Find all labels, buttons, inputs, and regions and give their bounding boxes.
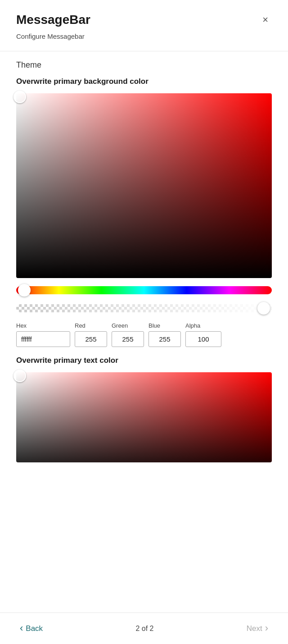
hue-slider-1[interactable] [16,283,272,297]
theme-label: Theme [0,60,288,77]
color-gradient-2[interactable] [16,372,272,462]
page-indicator: 2 of 2 [135,625,153,633]
primary-bg-title: Overwrite primary background color [0,77,288,93]
alpha-input-group: Alpha [185,322,221,347]
close-button[interactable]: × [259,13,272,27]
color-picker-1: Hex Red Green Blue Alpha [16,93,272,347]
alpha-label: Alpha [185,322,221,329]
alpha-slider-1[interactable] [16,301,272,315]
page-title: MessageBar [16,13,90,27]
subtitle: Configure Messagebar [0,31,288,51]
next-label: Next [247,624,262,633]
blue-label: Blue [148,322,181,329]
next-button[interactable]: Next [243,621,272,635]
green-label: Green [112,322,144,329]
blue-input-group: Blue [148,322,181,347]
header-divider [0,51,288,51]
hex-input[interactable] [16,331,70,347]
color-inputs-1: Hex Red Green Blue Alpha [16,322,272,347]
color-picker-2 [16,372,272,462]
footer: Back 2 of 2 Next [0,612,288,644]
red-input[interactable] [75,331,107,347]
hue-slider-track-1 [16,286,272,294]
color-gradient-1[interactable] [16,93,272,278]
back-chevron-icon [20,623,23,634]
back-button[interactable]: Back [16,621,46,635]
hex-input-group: Hex [16,322,70,347]
green-input-group: Green [112,322,144,347]
spacer-1 [0,347,288,356]
hue-handle-1[interactable] [18,284,31,297]
primary-text-title: Overwrite primary text color [0,356,288,372]
hex-label: Hex [16,322,70,329]
page-container: MessageBar × Configure Messagebar Theme … [0,0,288,644]
header: MessageBar × [0,0,288,31]
green-input[interactable] [112,331,144,347]
alpha-slider-track-1 [16,304,272,312]
red-input-group: Red [75,322,107,347]
blue-input[interactable] [148,331,181,347]
alpha-input[interactable] [185,331,221,347]
red-label: Red [75,322,107,329]
alpha-handle-1[interactable] [257,302,270,315]
back-label: Back [26,624,43,633]
next-chevron-icon [265,623,268,634]
